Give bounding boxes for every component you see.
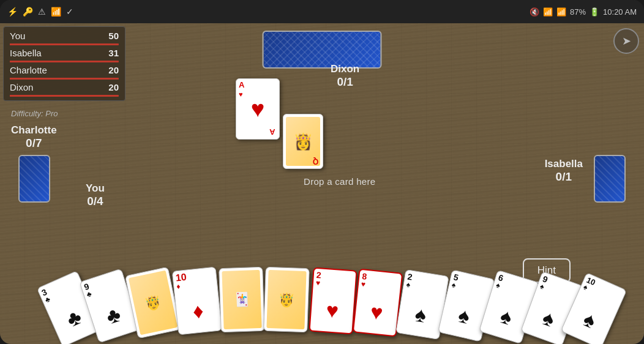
hand-center-3c: ♣ <box>64 306 84 331</box>
player-isabella: Isabella 0/1 <box>545 158 583 184</box>
left-deck-pattern <box>20 156 49 201</box>
hand-center-9s: ♠ <box>540 307 558 330</box>
hand-center-2h: ♥ <box>326 299 340 321</box>
ace-rank-bottom: A <box>267 126 277 138</box>
wifi-off-icon: 📶 <box>51 7 61 17</box>
status-bar: ⚡ 🔑 ⚠ 📶 ✓ 🔇 📶 📶 87% 🔋 10:20 AM <box>0 0 644 23</box>
deck-card-back <box>263 31 382 69</box>
check-icon: ✓ <box>66 7 73 17</box>
score-value-charlotte: 20 <box>100 65 119 75</box>
score-row-isabella: Isabella 31 <box>10 48 119 58</box>
hand-center-5s: ♠ <box>457 304 472 327</box>
player-dixon: Dixon 0/1 <box>331 63 359 89</box>
status-bar-right: 🔇 📶 📶 87% 🔋 10:20 AM <box>530 7 637 17</box>
isabella-name: Isabella <box>545 158 583 170</box>
no-sound-icon: 🔇 <box>530 7 539 17</box>
you-name: You <box>86 182 105 195</box>
score-name-charlotte: Charlotte <box>10 65 71 75</box>
score-name-isabella: Isabella <box>10 48 71 58</box>
difficulty-label: Difficulty: Pro <box>11 109 58 118</box>
wifi-icon: 📶 <box>543 7 553 17</box>
queen-rank-bottom: Q <box>310 156 321 167</box>
table-card-ace-hearts[interactable]: A ♥ ♥ A <box>236 78 280 140</box>
player-you: You 0/4 <box>86 182 105 208</box>
hand-center-2s: ♠ <box>414 304 428 326</box>
game-area: You 50 Isabella 31 Charlotte 20 Dixon 20… <box>0 23 644 344</box>
hand-face-kc: 🤴 <box>129 271 178 335</box>
battery-icon: 🔋 <box>590 7 599 17</box>
ace-rank-top: A <box>236 79 279 91</box>
hand-center-6s: ♠ <box>498 305 515 328</box>
table-card-queen-diamonds[interactable]: Q ♦ 👸 Q <box>283 114 323 169</box>
hand-card-kd[interactable]: K ♦ 🤴 <box>263 267 310 332</box>
warning-icon: ⚠ <box>38 7 46 17</box>
hand-face-kd: 🤴 <box>266 270 306 329</box>
hand-card-10d[interactable]: 10 ♦ ♦ <box>172 267 223 335</box>
charlotte-score: 0/7 <box>11 136 57 150</box>
right-side-deck <box>594 155 626 203</box>
drop-area[interactable]: Drop a card here <box>304 176 375 187</box>
compass-icon[interactable]: ➤ <box>613 28 639 54</box>
hand-cards-container: 3 ♣ ♣ 9 ♣ ♣ K ♣ 🤴 10 ♦ ♦ <box>47 271 597 344</box>
hand-center-10s: ♠ <box>580 308 599 331</box>
charlotte-name: Charlotte <box>11 124 57 136</box>
hand-face-jd: 🃏 <box>222 270 261 329</box>
status-bar-left: ⚡ 🔑 ⚠ 📶 ✓ <box>7 7 73 17</box>
hand-card-8h[interactable]: 8 ♥ ♥ <box>353 269 403 337</box>
isabella-score: 0/1 <box>545 170 583 184</box>
hand-card-jd[interactable]: J ♦ 🃏 <box>219 267 265 332</box>
left-side-deck <box>18 155 50 203</box>
ace-center-suit: ♥ <box>251 96 265 122</box>
score-name-dixon: Dixon <box>10 82 71 92</box>
score-row-you: You 50 <box>10 31 119 41</box>
right-deck-pattern <box>595 156 624 201</box>
player-charlotte: Charlotte 0/7 <box>11 124 57 150</box>
score-name-you: You <box>10 31 71 41</box>
you-score: 0/4 <box>86 195 105 208</box>
score-row-charlotte: Charlotte 20 <box>10 65 119 75</box>
score-panel: You 50 Isabella 31 Charlotte 20 Dixon 20 <box>3 26 125 101</box>
dixon-score: 0/1 <box>331 75 359 89</box>
time-display: 10:20 AM <box>603 7 637 17</box>
phone-frame: ⚡ 🔑 ⚠ 📶 ✓ 🔇 📶 📶 87% 🔋 10:20 AM You 50 Is… <box>0 0 644 344</box>
score-value-dixon: 20 <box>100 82 119 92</box>
score-row-dixon: Dixon 20 <box>10 82 119 92</box>
score-value-isabella: 31 <box>100 48 119 58</box>
battery-level: 87% <box>570 7 586 17</box>
score-value-you: 50 <box>100 31 119 41</box>
usb-icon: ⚡ <box>7 7 18 17</box>
hand-center-9c: ♣ <box>103 304 123 327</box>
dixon-name: Dixon <box>331 63 359 75</box>
hand-card-2h[interactable]: 2 ♥ ♥ <box>309 267 357 335</box>
hand-center-10d: ♦ <box>192 300 204 322</box>
deck-pattern <box>264 32 381 67</box>
hand-center-8h: ♥ <box>370 301 384 323</box>
signal-icon: 📶 <box>556 7 566 17</box>
center-deck <box>263 31 382 69</box>
key-icon: 🔑 <box>23 7 33 17</box>
